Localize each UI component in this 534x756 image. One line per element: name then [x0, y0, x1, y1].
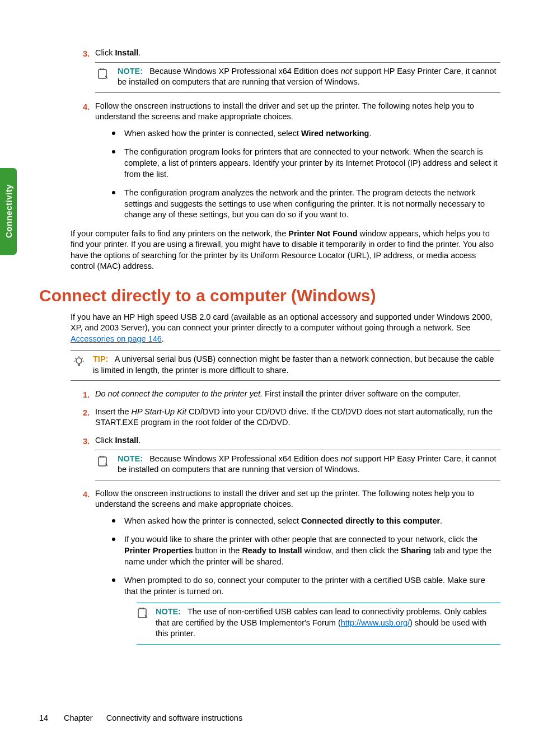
t: Wired networking — [301, 129, 369, 138]
t: not — [341, 67, 352, 76]
bullet-search: The configuration program looks for prin… — [112, 147, 500, 180]
t: If you would like to share the printer w… — [124, 535, 477, 544]
page-number: 14 — [39, 713, 62, 722]
t: When asked how the printer is connected,… — [124, 516, 301, 525]
tip-label: TIP: — [93, 354, 108, 363]
sstep-4: Follow the onscreen instructions to inst… — [39, 488, 500, 645]
section-heading: Connect directly to a computer (Windows) — [39, 284, 500, 307]
svg-rect-0 — [99, 69, 106, 78]
step4-text: Follow the onscreen instructions to inst… — [95, 101, 474, 122]
section-steps: Do not connect the computer to the print… — [39, 389, 500, 645]
t: If your computer fails to find any print… — [71, 229, 288, 238]
sstep-3: Click Install. NOTE: Because Windows XP … — [39, 435, 500, 480]
t: Because Windows XP Professional x64 Edit… — [149, 454, 340, 463]
install-bold: Install — [115, 48, 138, 57]
t: Install — [115, 436, 138, 445]
note-icon — [95, 66, 112, 82]
side-tab-label: Connectivity — [4, 184, 13, 238]
sbullet-connect-usb: When prompted to do so, connect your com… — [112, 575, 500, 645]
t: Click — [95, 48, 115, 57]
sstep-2: Insert the HP Start-Up Kit CD/DVD into y… — [39, 407, 500, 428]
note-callout-2: NOTE: Because Windows XP Professional x6… — [95, 450, 500, 480]
t: button in the — [193, 546, 242, 555]
bullet-analyze: The configuration program analyzes the n… — [112, 188, 500, 221]
bullet-wired: When asked how the printer is connected,… — [112, 128, 500, 139]
t: . — [440, 516, 442, 525]
footer-chapter: Chapter — [64, 713, 93, 722]
t: . — [162, 334, 164, 343]
tip-icon — [71, 354, 87, 370]
note-icon — [137, 606, 150, 640]
t: window, and then click the — [302, 546, 401, 555]
t: HP Start-Up Kit — [131, 407, 186, 416]
footer-title: Connectivity and software instructions — [106, 713, 242, 722]
t: Because Windows XP Professional x64 Edit… — [149, 67, 340, 76]
t: When asked how the printer is connected,… — [124, 129, 301, 138]
t: Sharing — [401, 546, 431, 555]
svg-rect-2 — [99, 457, 106, 466]
tip-msg: TIP: A universal serial bus (USB) connec… — [93, 354, 500, 376]
step-3: Click Install. NOTE: Because Windows XP … — [39, 48, 500, 93]
note-label: NOTE: — [156, 607, 181, 616]
note-label: NOTE: — [118, 454, 143, 463]
note-icon — [95, 454, 112, 469]
svg-point-1 — [76, 358, 82, 363]
t: Insert the — [95, 407, 131, 416]
accessories-link[interactable]: Accessories on page 146 — [71, 334, 162, 343]
step3-text: Click Install. — [95, 48, 140, 57]
sbullet-connected: When asked how the printer is connected,… — [112, 516, 500, 527]
t: . — [369, 129, 371, 138]
note2-msg: NOTE: Because Windows XP Professional x6… — [118, 454, 500, 475]
note-callout-1: NOTE: Because Windows XP Professional x6… — [95, 62, 500, 93]
t: not — [341, 454, 352, 463]
t: Follow the onscreen instructions to inst… — [95, 489, 474, 509]
t: Connected directly to this computer — [301, 516, 440, 525]
t: When prompted to do so, connect your com… — [124, 576, 485, 596]
usb-org-link[interactable]: http://www.usb.org/ — [341, 618, 410, 627]
t: Ready to Install — [242, 546, 302, 555]
t: A universal serial bus (USB) connection … — [93, 354, 494, 375]
top-steps: Click Install. NOTE: Because Windows XP … — [39, 48, 500, 221]
page-footer: 14 Chapter Connectivity and software ins… — [39, 713, 242, 722]
sstep4-bullets: When asked how the printer is connected,… — [112, 516, 500, 645]
t: If you have an HP High speed USB 2.0 car… — [71, 312, 492, 333]
t: Printer Not Found — [288, 229, 357, 238]
tip-callout: TIP: A universal serial bus (USB) connec… — [71, 350, 500, 381]
note-label: NOTE: — [118, 67, 143, 76]
sbullet-share: If you would like to share the printer w… — [112, 534, 500, 567]
svg-rect-3 — [138, 609, 146, 618]
note3-msg: NOTE: The use of non-certified USB cable… — [156, 606, 500, 640]
page-content: Click Install. NOTE: Because Windows XP … — [39, 48, 500, 652]
t: Do not connect the computer to the print… — [95, 389, 263, 398]
note1-msg: NOTE: Because Windows XP Professional x6… — [118, 66, 500, 88]
note-callout-3: NOTE: The use of non-certified USB cable… — [137, 603, 500, 645]
t: Click — [95, 436, 115, 445]
step-4: Follow the onscreen instructions to inst… — [39, 101, 500, 221]
t: First install the printer driver softwar… — [263, 389, 461, 398]
side-tab: Connectivity — [0, 168, 17, 255]
sstep-1: Do not connect the computer to the print… — [39, 389, 500, 400]
t: . — [138, 48, 140, 57]
printer-not-found-para: If your computer fails to find any print… — [71, 228, 500, 272]
section-intro: If you have an HP High speed USB 2.0 car… — [71, 312, 500, 345]
step4-bullets: When asked how the printer is connected,… — [112, 128, 500, 221]
t: Printer Properties — [124, 546, 193, 555]
t: . — [138, 436, 140, 445]
